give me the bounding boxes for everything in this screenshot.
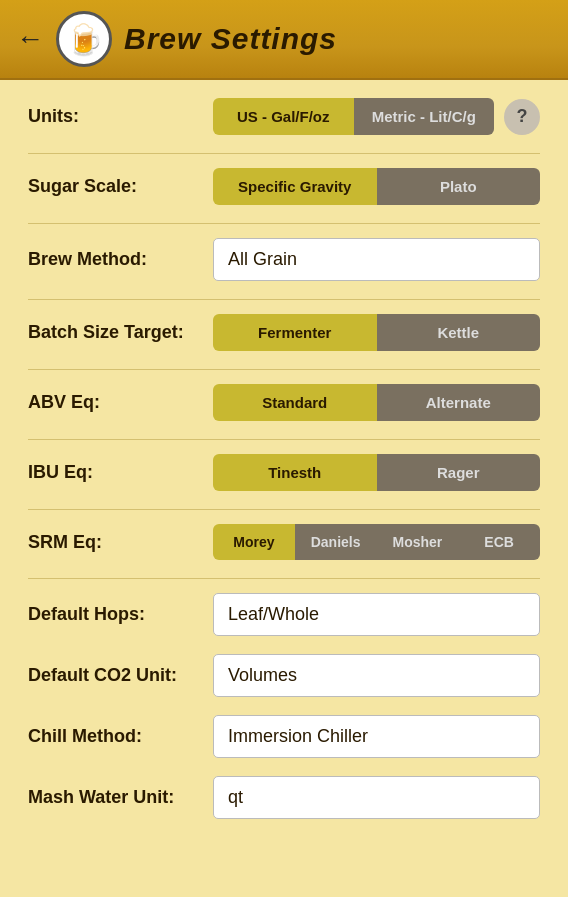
ibu-eq-label: IBU Eq: — [28, 462, 213, 483]
default-co2-row: Default CO2 Unit: Volumes — [28, 654, 540, 697]
chill-method-field[interactable]: Immersion Chiller — [213, 715, 540, 758]
units-help-button[interactable]: ? — [504, 99, 540, 135]
srm-eq-label: SRM Eq: — [28, 532, 213, 553]
abv-alternate-button[interactable]: Alternate — [377, 384, 541, 421]
divider-3 — [28, 299, 540, 300]
abv-eq-label: ABV Eq: — [28, 392, 213, 413]
srm-mosher-button[interactable]: Mosher — [377, 524, 459, 560]
sugar-scale-row: Sugar Scale: Specific Gravity Plato — [28, 168, 540, 205]
units-label: Units: — [28, 106, 213, 127]
batch-size-kettle-button[interactable]: Kettle — [377, 314, 541, 351]
units-us-button[interactable]: US - Gal/F/oz — [213, 98, 354, 135]
divider-2 — [28, 223, 540, 224]
abv-standard-button[interactable]: Standard — [213, 384, 377, 421]
sugar-scale-plato-button[interactable]: Plato — [377, 168, 541, 205]
srm-ecb-button[interactable]: ECB — [458, 524, 540, 560]
divider-1 — [28, 153, 540, 154]
settings-content: Units: US - Gal/F/oz Metric - Lit/C/g ? … — [0, 80, 568, 855]
chill-method-row: Chill Method: Immersion Chiller — [28, 715, 540, 758]
chill-method-label: Chill Method: — [28, 726, 213, 747]
mash-water-row: Mash Water Unit: qt — [28, 776, 540, 819]
srm-daniels-button[interactable]: Daniels — [295, 524, 377, 560]
default-co2-field[interactable]: Volumes — [213, 654, 540, 697]
ibu-eq-row: IBU Eq: Tinesth Rager — [28, 454, 540, 491]
sugar-scale-sg-button[interactable]: Specific Gravity — [213, 168, 377, 205]
mash-water-label: Mash Water Unit: — [28, 787, 213, 808]
brew-method-label: Brew Method: — [28, 249, 213, 270]
units-metric-button[interactable]: Metric - Lit/C/g — [354, 98, 495, 135]
app-header: ← 🍺 Brew Settings — [0, 0, 568, 80]
units-row: Units: US - Gal/F/oz Metric - Lit/C/g ? — [28, 98, 540, 135]
brew-method-row: Brew Method: All Grain — [28, 238, 540, 281]
page-title: Brew Settings — [124, 22, 337, 56]
batch-size-toggle: Fermenter Kettle — [213, 314, 540, 351]
srm-eq-row: SRM Eq: Morey Daniels Mosher ECB — [28, 524, 540, 560]
mash-water-field[interactable]: qt — [213, 776, 540, 819]
batch-size-row: Batch Size Target: Fermenter Kettle — [28, 314, 540, 351]
divider-4 — [28, 369, 540, 370]
ibu-tinesth-button[interactable]: Tinesth — [213, 454, 377, 491]
default-hops-field[interactable]: Leaf/Whole — [213, 593, 540, 636]
abv-eq-toggle: Standard Alternate — [213, 384, 540, 421]
logo-icon: 🍺 — [66, 22, 103, 57]
sugar-scale-label: Sugar Scale: — [28, 176, 213, 197]
default-hops-label: Default Hops: — [28, 604, 213, 625]
ibu-eq-toggle: Tinesth Rager — [213, 454, 540, 491]
batch-size-fermenter-button[interactable]: Fermenter — [213, 314, 377, 351]
units-toggle: US - Gal/F/oz Metric - Lit/C/g — [213, 98, 494, 135]
ibu-rager-button[interactable]: Rager — [377, 454, 541, 491]
srm-eq-toggle: Morey Daniels Mosher ECB — [213, 524, 540, 560]
divider-5 — [28, 439, 540, 440]
sugar-scale-toggle: Specific Gravity Plato — [213, 168, 540, 205]
srm-morey-button[interactable]: Morey — [213, 524, 295, 560]
abv-eq-row: ABV Eq: Standard Alternate — [28, 384, 540, 421]
divider-6 — [28, 509, 540, 510]
app-logo: 🍺 — [56, 11, 112, 67]
batch-size-label: Batch Size Target: — [28, 322, 213, 343]
divider-7 — [28, 578, 540, 579]
default-co2-label: Default CO2 Unit: — [28, 665, 213, 686]
default-hops-row: Default Hops: Leaf/Whole — [28, 593, 540, 636]
brew-method-field[interactable]: All Grain — [213, 238, 540, 281]
back-button[interactable]: ← — [16, 23, 44, 55]
